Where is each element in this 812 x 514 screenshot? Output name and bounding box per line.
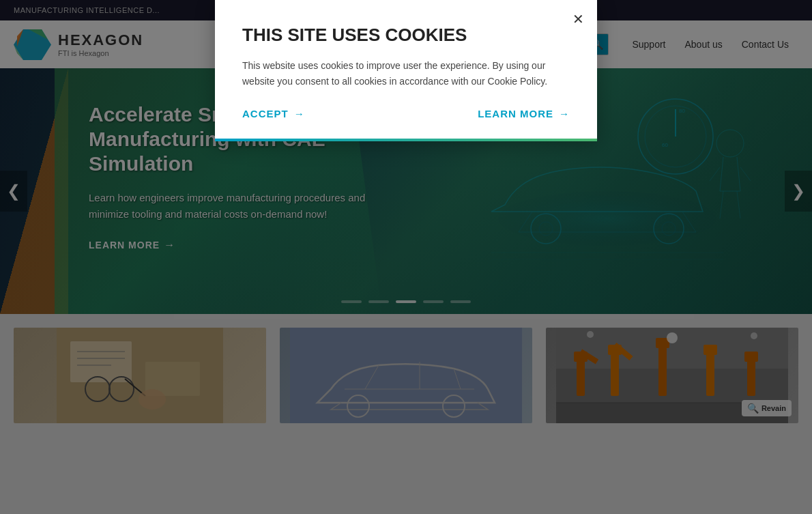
cookie-close-button[interactable]: ✕	[568, 10, 588, 29]
cookie-title: THIS SITE USES COOKIES	[242, 25, 570, 46]
accept-arrow-icon: →	[294, 108, 305, 119]
cookie-accept-button[interactable]: ACCEPT →	[242, 108, 305, 119]
cookie-actions: ACCEPT → LEARN MORE →	[242, 108, 570, 119]
cookie-overlay: ✕ THIS SITE USES COOKIES This website us…	[0, 0, 812, 514]
cookie-divider	[215, 139, 597, 141]
learn-more-label: LEARN MORE	[478, 108, 553, 119]
cookie-body: This website uses cookies to improve use…	[242, 58, 570, 89]
cookie-dialog: ✕ THIS SITE USES COOKIES This website us…	[215, 0, 597, 141]
cookie-learn-more-button[interactable]: LEARN MORE →	[478, 108, 570, 119]
accept-label: ACCEPT	[242, 108, 289, 119]
close-icon: ✕	[572, 11, 584, 27]
learn-more-arrow-icon: →	[559, 108, 570, 119]
